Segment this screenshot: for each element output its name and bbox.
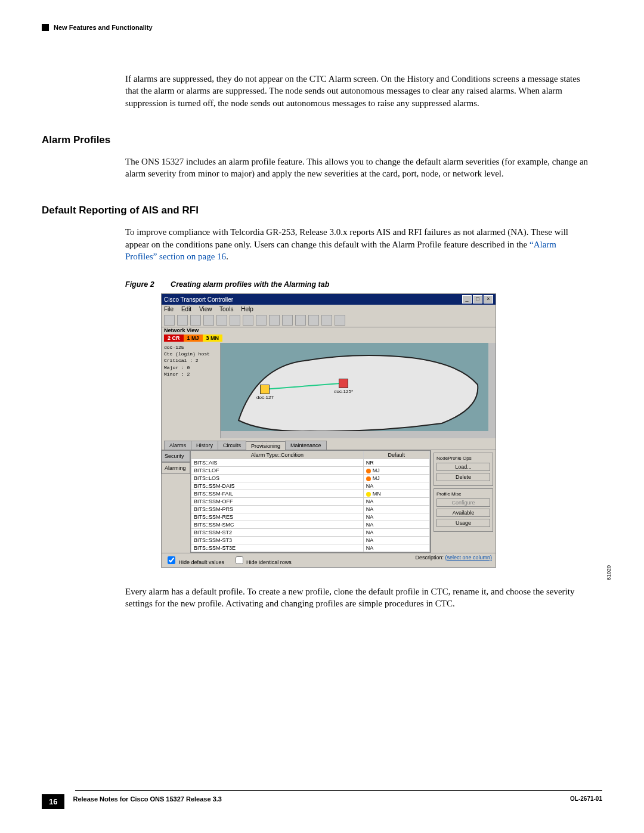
- severity-dot-icon: [366, 476, 371, 481]
- select-column-link[interactable]: (select one column): [445, 555, 492, 561]
- table-row[interactable]: BITS::LOFMJ: [191, 467, 430, 475]
- profile-ops-panel: NodeProfile Ops Load... Delete Profile M…: [431, 450, 496, 553]
- status-badges: 2 CR 1 MJ 3 MN: [164, 335, 493, 342]
- toolbar-icon[interactable]: [164, 315, 175, 326]
- menu-tools[interactable]: Tools: [219, 306, 233, 312]
- toolbar-icon[interactable]: [243, 315, 253, 326]
- table-row[interactable]: BITS::SSM-ST2NA: [191, 529, 430, 537]
- toolbar-icon[interactable]: [203, 315, 214, 326]
- sidebar-line: Ctc (login) host: [164, 351, 218, 357]
- toolbar-icon[interactable]: [256, 315, 267, 326]
- figure-number: Figure 2: [125, 280, 154, 289]
- page-header: New Features and Functionality: [42, 24, 602, 31]
- window-title: Cisco Transport Controller: [164, 296, 233, 303]
- menu-file[interactable]: File: [164, 306, 174, 312]
- toolbar-icon[interactable]: [177, 315, 188, 326]
- toolbar-icon[interactable]: [308, 315, 319, 326]
- table-row[interactable]: BITS::SSM-FAILMN: [191, 490, 430, 498]
- cell-default: NA: [363, 513, 429, 521]
- table-row[interactable]: BITS::SSM-DAISNA: [191, 482, 430, 490]
- table-row[interactable]: BITS::SSM-RESNA: [191, 513, 430, 521]
- delete-button[interactable]: Delete: [436, 473, 490, 481]
- node-icon: [339, 379, 348, 388]
- cell-condition: BITS::SSM-OFF: [191, 498, 364, 506]
- cell-default: MN: [363, 490, 429, 498]
- cell-default: NA: [363, 529, 429, 537]
- table-row[interactable]: BITS::LOSMJ: [191, 475, 430, 482]
- page-footer: 16 Release Notes for Cisco ONS 15327 Rel…: [42, 790, 602, 809]
- map-node[interactable]: doc-127: [256, 385, 274, 400]
- cell-default: NR: [363, 459, 429, 467]
- col-header-condition[interactable]: Alarm Type::Condition: [191, 451, 364, 459]
- hide-default-checkbox[interactable]: Hide default values: [165, 559, 224, 565]
- toolbar-icon[interactable]: [190, 315, 201, 326]
- maximize-button[interactable]: □: [473, 295, 482, 304]
- table-row[interactable]: BITS::SSM-ST3NA: [191, 537, 430, 544]
- alarm-table: Alarm Type::Condition Default BITS::AISN…: [190, 450, 431, 553]
- cell-default: MJ: [363, 475, 429, 482]
- side-tab-alarming[interactable]: Alarming: [162, 462, 190, 474]
- badge-critical: 2 CR: [164, 335, 184, 342]
- toolbar-icon[interactable]: [230, 315, 240, 326]
- cell-condition: BITS::SSM-PRS: [191, 506, 364, 513]
- table-row[interactable]: BITS::SSM-ST3ENA: [191, 544, 430, 552]
- tab-alarms[interactable]: Alarms: [164, 441, 191, 450]
- horizontal-scrollbar[interactable]: [221, 431, 488, 438]
- map-node[interactable]: doc-125*: [334, 379, 353, 394]
- checkbar: Hide default values Hide identical rows …: [162, 553, 496, 567]
- cell-condition: BITS::LOS: [191, 475, 364, 482]
- cell-condition: BITS::SSM-RES: [191, 513, 364, 521]
- cell-default: NA: [363, 521, 429, 529]
- header-section-name: New Features and Functionality: [54, 24, 153, 31]
- vertical-scrollbar[interactable]: [488, 343, 496, 438]
- node-icon: [260, 385, 270, 394]
- tab-maintenance[interactable]: Maintenance: [285, 441, 327, 450]
- toolbar-icon[interactable]: [335, 315, 345, 326]
- tab-provisioning[interactable]: Provisioning: [246, 441, 286, 450]
- menu-edit[interactable]: Edit: [181, 306, 191, 312]
- default-reporting-paragraph: To improve compliance with Telcordia GR-…: [125, 226, 590, 262]
- table-row[interactable]: BITS::SSM-PRSNA: [191, 506, 430, 513]
- available-button[interactable]: Available: [436, 509, 490, 517]
- usage-button[interactable]: Usage: [436, 519, 490, 527]
- tab-history[interactable]: History: [191, 441, 218, 450]
- table-row[interactable]: BITS::SSM-OFFNA: [191, 498, 430, 506]
- toolbar-icon[interactable]: [295, 315, 306, 326]
- col-header-default[interactable]: Default: [363, 451, 429, 459]
- load-button[interactable]: Load...: [436, 463, 490, 471]
- menu-help[interactable]: Help: [241, 306, 253, 312]
- window-titlebar: Cisco Transport Controller _ □ ×: [162, 294, 496, 305]
- figure-caption: Figure 2 Creating alarm profiles with th…: [125, 280, 602, 289]
- table-row[interactable]: BITS::SSM-SMCNA: [191, 521, 430, 529]
- network-map[interactable]: doc-127 doc-125*: [221, 343, 496, 438]
- hide-identical-checkbox[interactable]: Hide identical rows: [233, 559, 292, 565]
- menu-view[interactable]: View: [199, 306, 212, 312]
- toolbar-icon[interactable]: [321, 315, 332, 326]
- tab-circuits[interactable]: Circuits: [218, 441, 246, 450]
- node-info-sidebar: doc-125 Ctc (login) host Critical : 2 Ma…: [162, 343, 221, 438]
- ops-group1-title: NodeProfile Ops: [436, 456, 490, 461]
- toolbar-icon[interactable]: [216, 315, 227, 326]
- toolbar-icon[interactable]: [269, 315, 280, 326]
- node-label: doc-125*: [334, 389, 353, 394]
- ctc-screenshot: Cisco Transport Controller _ □ × File Ed…: [161, 293, 496, 568]
- cell-default: MJ: [363, 467, 429, 475]
- badge-minor: 3 MN: [203, 335, 223, 342]
- cell-condition: BITS::SSM-ST3: [191, 537, 364, 544]
- default-reporting-text-before: To improve compliance with Telcordia GR-…: [125, 227, 568, 249]
- minimize-button[interactable]: _: [462, 295, 472, 304]
- closing-paragraph: Every alarm has a default profile. To cr…: [125, 586, 590, 610]
- severity-dot-icon: [366, 469, 371, 473]
- heading-alarm-profiles: Alarm Profiles: [42, 134, 602, 146]
- side-tab-security[interactable]: Security: [162, 450, 190, 462]
- table-row[interactable]: BITS::AISNR: [191, 459, 430, 467]
- close-button[interactable]: ×: [484, 295, 493, 304]
- cell-condition: BITS::SSM-ST3E: [191, 544, 364, 552]
- network-view-label: Network View: [164, 327, 493, 333]
- toolbar-icon[interactable]: [282, 315, 293, 326]
- heading-default-reporting: Default Reporting of AIS and RFI: [42, 205, 602, 216]
- cell-default: NA: [363, 498, 429, 506]
- footer-title: Release Notes for Cisco ONS 15327 Releas…: [64, 794, 570, 803]
- figure-side-id: 61020: [606, 565, 612, 580]
- sidebar-line: Major : 0: [164, 364, 218, 371]
